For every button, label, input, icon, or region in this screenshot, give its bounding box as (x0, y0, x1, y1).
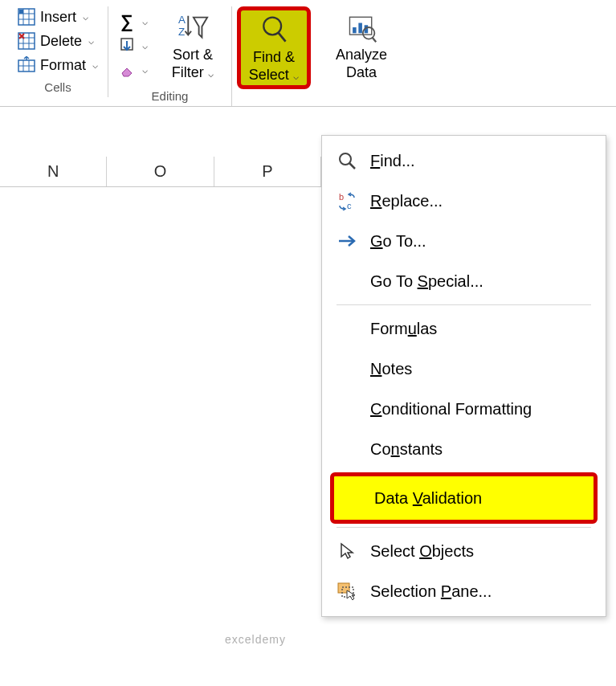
svg-rect-27 (353, 27, 357, 33)
format-button[interactable]: Format ⌵ (14, 55, 101, 76)
chevron-down-icon: ⌵ (291, 71, 299, 82)
cursor-icon (337, 541, 357, 561)
chevron-down-icon: ⌵ (92, 59, 98, 71)
menu-condformat-label: Conditional Formatting (370, 400, 532, 419)
menu-constants-label: Constants (370, 440, 443, 459)
delete-label: Delete (40, 33, 82, 50)
group-label-cells: Cells (44, 76, 71, 97)
svg-line-31 (373, 38, 377, 42)
clear-button[interactable]: ⌵ (115, 59, 151, 80)
arrow-right-icon (337, 231, 357, 251)
group-editing: ∑ ⌵ ⌵ ⌵ AZ (108, 6, 232, 106)
delete-cells-icon (18, 32, 35, 50)
menu-selection-pane[interactable]: Selection Pane... (322, 571, 606, 611)
menu-notes-label: Notes (370, 360, 412, 378)
eraser-icon (118, 61, 136, 79)
sortfilter-label1: Sort & (173, 47, 213, 63)
insert-button[interactable]: Insert ⌵ (14, 6, 101, 27)
svg-marker-20 (122, 68, 132, 76)
replace-icon: bc (337, 190, 357, 211)
svg-line-25 (278, 33, 285, 42)
svg-marker-40 (347, 590, 355, 600)
menu-separator (337, 304, 591, 305)
analyze-data-icon (345, 11, 377, 43)
menu-replace-label: Replace... (370, 192, 443, 210)
menu-separator (337, 527, 591, 528)
menu-formulas[interactable]: Formulas (322, 308, 606, 349)
col-header-o[interactable]: O (107, 157, 214, 186)
findselect-label1: Find & (253, 49, 295, 65)
find-select-button[interactable]: Find & Select ⌵ (237, 6, 311, 89)
menu-replace[interactable]: bc Replace... (322, 181, 606, 221)
chevron-down-icon: ⌵ (142, 64, 148, 76)
menu-cond-format[interactable]: Conditional Formatting (322, 389, 606, 429)
menu-goto[interactable]: Go To... (322, 221, 606, 261)
menu-formulas-label: Formulas (370, 320, 437, 338)
menu-constants[interactable]: Constants (322, 429, 606, 469)
chevron-down-icon: ⌵ (142, 40, 148, 51)
chevron-down-icon: ⌵ (83, 11, 88, 22)
col-header-p[interactable]: P (214, 157, 321, 186)
menu-notes[interactable]: Notes (322, 349, 606, 389)
chevron-down-icon: ⌵ (88, 35, 94, 47)
chevron-down-icon: ⌵ (206, 68, 214, 80)
delete-button[interactable]: Delete ⌵ (14, 31, 101, 51)
menu-gotospecial-label: Go To Special... (370, 272, 483, 291)
svg-line-33 (349, 163, 355, 169)
svg-point-24 (263, 18, 281, 35)
sort-filter-button[interactable]: AZ Sort & Filter ⌵ (161, 6, 225, 84)
svg-text:Z: Z (178, 26, 185, 38)
sort-filter-icon: AZ (177, 11, 209, 43)
menu-datavalidation-label: Data Validation (374, 489, 482, 508)
findselect-label2: Select (249, 67, 289, 83)
find-select-menu: Find... bc Replace... Go To... Go To Spe… (321, 135, 606, 617)
svg-text:b: b (339, 192, 344, 202)
svg-rect-5 (19, 10, 23, 14)
group-cells: Insert ⌵ Delete ⌵ Format ⌵ Cells (8, 6, 108, 97)
menu-selectionpane-label: Selection Pane... (370, 582, 492, 601)
format-cells-icon (18, 56, 35, 74)
analyze-label1: Analyze (336, 47, 387, 63)
watermark: exceldemy (225, 633, 286, 646)
menu-goto-label: Go To... (370, 232, 426, 251)
menu-select-objects[interactable]: Select Objects (322, 531, 606, 571)
menu-selectobjects-label: Select Objects (370, 542, 474, 561)
svg-text:A: A (178, 14, 186, 26)
ribbon: Insert ⌵ Delete ⌵ Format ⌵ Cells (0, 0, 616, 107)
search-icon (337, 150, 357, 171)
format-label: Format (40, 57, 86, 74)
insert-label: Insert (40, 9, 76, 26)
col-header-n[interactable]: N (0, 157, 107, 186)
menu-find[interactable]: Find... (322, 141, 606, 181)
svg-marker-37 (341, 544, 353, 558)
chevron-down-icon: ⌵ (142, 16, 148, 27)
fill-button[interactable]: ⌵ (115, 35, 151, 56)
sortfilter-label2: Filter (172, 64, 204, 80)
svg-rect-28 (358, 23, 362, 34)
insert-cells-icon (18, 8, 35, 26)
menu-find-label: Find... (370, 152, 415, 170)
column-headers: N O P (0, 157, 321, 187)
menu-data-validation-highlight: Data Validation (330, 472, 598, 524)
fill-down-icon (118, 37, 136, 55)
analyze-label2: Data (346, 64, 377, 80)
sigma-icon: ∑ (118, 13, 136, 31)
selection-pane-icon (337, 581, 357, 602)
analyze-data-button[interactable]: Analyze Data (325, 6, 398, 84)
menu-data-validation[interactable]: Data Validation (334, 476, 594, 520)
group-label-editing: Editing (152, 84, 189, 106)
svg-point-32 (340, 153, 351, 165)
menu-goto-special[interactable]: Go To Special... (322, 261, 606, 301)
magnifier-icon (258, 14, 290, 46)
autosum-button[interactable]: ∑ ⌵ (115, 11, 151, 32)
svg-text:c: c (347, 201, 352, 210)
